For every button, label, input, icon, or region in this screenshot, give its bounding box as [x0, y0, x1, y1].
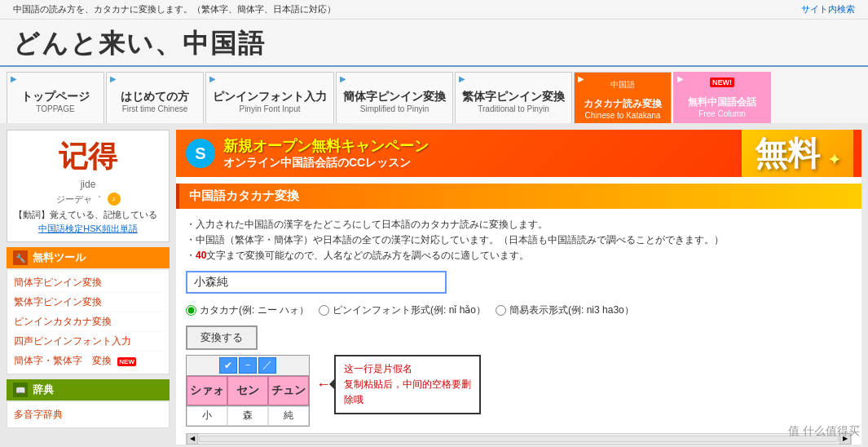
- highlight-num: 40: [196, 250, 206, 261]
- dict-links: 多音字辞典: [7, 402, 170, 428]
- result-kanji-2: 純: [268, 406, 309, 426]
- ctrl-slash-button[interactable]: ／: [258, 357, 276, 374]
- tab-traditional-en: Traditional to Pinyin: [478, 104, 549, 113]
- tab-hajimete-label: はじめての方: [121, 90, 189, 104]
- tab-toppage[interactable]: ▶ トップページ TOPPAGE: [7, 72, 104, 123]
- annotation-area: ← 这一行是片假名 复制粘贴后，中间的空格要删 除哦: [316, 355, 481, 415]
- tab-katakana-en: Chinese to Katakana: [585, 111, 661, 120]
- radio-simple-label: 簡易表示形式(例: ni3 ha3o）: [509, 303, 634, 317]
- section-title: 中国語カタカナ変換: [189, 188, 299, 202]
- tool-link-4[interactable]: 簡体字・繁体字 変換 NEW: [14, 352, 162, 370]
- tab-arrow-icon: ▶: [459, 74, 465, 83]
- tab-katakana-label: カタカナ読み変換: [584, 97, 662, 111]
- radio-pinyin-input[interactable]: [319, 305, 329, 316]
- radio-area: カタカナ(例: ニー ハォ） ピンインフォント形式(例: nǐ hǎo） 簡易表…: [176, 300, 861, 321]
- scroll-track[interactable]: [199, 436, 839, 442]
- word-pinyin: jide: [14, 179, 162, 190]
- section-header: 中国語カタカナ変換: [176, 184, 861, 209]
- dict-icon: 📖: [13, 383, 28, 397]
- result-area: ✔ － ／ シァォ セン チュン 小 森 純: [176, 355, 861, 427]
- radio-pinyin[interactable]: ピンインフォント形式(例: nǐ hǎo）: [319, 303, 486, 317]
- tab-arrow-icon: ▶: [340, 74, 346, 83]
- radio-simple[interactable]: 簡易表示形式(例: ni3 ha3o）: [496, 303, 634, 317]
- word-link[interactable]: 中国語検定HSK頻出単語: [14, 223, 162, 235]
- dict-link-0[interactable]: 多音字辞典: [14, 405, 162, 424]
- scroll-area[interactable]: ◀ ▶: [186, 433, 852, 445]
- radio-katakana-label: カタカナ(例: ニー ハォ）: [200, 303, 309, 317]
- radio-pinyin-label: ピンインフォント形式(例: nǐ hǎo）: [333, 303, 486, 317]
- convert-button[interactable]: 変換する: [186, 325, 258, 350]
- skype-icon: S: [186, 139, 215, 168]
- tab-arrow-icon: ▶: [677, 74, 684, 83]
- result-table: ✔ － ／ シァォ セン チュン 小 森 純: [186, 355, 310, 427]
- new-badge-inline: NEW: [117, 357, 136, 366]
- banner[interactable]: S 新規オープン無料キャンペーン オンライン中国語会話のCCレッスン 無料 ✦: [176, 130, 861, 177]
- speaker-icon[interactable]: ♪: [108, 193, 121, 206]
- sparkle-icon: ✦: [828, 152, 840, 168]
- tools-links: 簡体字ピンイン変換 繁体字ピンイン変換 ピンインカタカナ変換 四声ピンインフォン…: [7, 270, 170, 374]
- tool-link-1[interactable]: 繁体字ピンイン変換: [14, 293, 162, 312]
- tab-katakana[interactable]: ▶ 中国語 カタカナ読み変換 Chinese to Katakana: [574, 72, 672, 123]
- tab-hajimete[interactable]: ▶ はじめての方 First time Chinese: [106, 72, 204, 123]
- tab-free-col-en: Free Column: [698, 109, 746, 118]
- tab-hajimete-en: First time Chinese: [122, 104, 188, 113]
- top-bar: 中国語の読み方を、カタカナに変換します。（繁体字、簡体字、日本語に対応） サイト…: [0, 0, 868, 20]
- site-search-link[interactable]: サイト内検索: [801, 3, 855, 15]
- annotation-line-1: 这一行是片假名: [344, 361, 471, 377]
- nav-tabs-wrapper: ▶ トップページ TOPPAGE ▶ はじめての方 First time Chi…: [0, 65, 868, 123]
- tool-link-2[interactable]: ピンインカタカナ変換: [14, 312, 162, 332]
- banner-free-text: 無料 ✦: [742, 130, 853, 177]
- desc-line-1: ・中国語（繁体字・簡体字）や日本語の全ての漢字に対応しています。（日本語も中国語…: [186, 232, 852, 248]
- result-kanji-row: 小 森 純: [187, 405, 309, 426]
- result-cell-1: セン: [227, 376, 268, 405]
- result-kanji-1: 森: [227, 406, 268, 426]
- desc-line-2: ・40文字まで変換可能なので、人名などの読み方を調べるのに適しています。: [186, 248, 852, 263]
- dict-section-label: 辞典: [33, 383, 54, 397]
- input-area: [176, 271, 861, 300]
- word-meaning: 【動詞】覚えている、記憶している: [14, 209, 162, 221]
- annotation-line-2: 复制粘贴后，中间的空格要删: [344, 377, 471, 392]
- tab-pinyin-font-label: ピンインフォント入力: [213, 90, 327, 104]
- radio-katakana[interactable]: カタカナ(例: ニー ハォ）: [186, 303, 309, 317]
- subtitle: 中国語の読み方を、カタカナに変換します。（繁体字、簡体字、日本語に対応）: [13, 3, 336, 15]
- annotation-line-3: 除哦: [344, 392, 471, 408]
- word-kanji: 记得: [14, 137, 162, 177]
- desc-area: ・入力された中国語の漢字をたどころにして日本語のカタカナ読みに変換します。 ・中…: [176, 217, 861, 271]
- result-cell-2: チュン: [268, 376, 309, 405]
- banner-text-area: 新規オープン無料キャンペーン オンライン中国語会話のCCレッスン: [223, 136, 429, 170]
- tab-free-col-label: 無料中国語会話: [688, 95, 756, 109]
- radio-simple-input[interactable]: [496, 305, 506, 316]
- result-cell-0: シァォ: [187, 376, 227, 405]
- tool-link-0[interactable]: 簡体字ピンイン変換: [14, 273, 162, 293]
- radio-katakana-input[interactable]: [186, 305, 196, 316]
- main-container: 记得 jide ジーデャ゛ ♪ 【動詞】覚えている、記憶している 中国語検定HS…: [0, 123, 868, 447]
- result-kanji-0: 小: [187, 406, 227, 426]
- tab-free-col[interactable]: ▶ NEW! 無料中国語会話 Free Column: [673, 72, 771, 123]
- ctrl-check-button[interactable]: ✔: [219, 357, 237, 374]
- ctrl-minus-button[interactable]: －: [239, 357, 257, 374]
- site-title-area: どんと来い、中国語: [0, 20, 868, 65]
- tool-link-3[interactable]: 四声ピンインフォント入力: [14, 332, 162, 352]
- desc-line-0: ・入力された中国語の漢字をたどころにして日本語のカタカナ読みに変換します。: [186, 217, 852, 232]
- annotation-bubble: 这一行是片假名 复制粘贴后，中间的空格要删 除哦: [334, 355, 481, 415]
- tab-traditional-label: 繁体字ピンイン変換: [462, 90, 565, 104]
- tools-icon: 🔧: [13, 250, 28, 265]
- tools-section-label: 無料ツール: [33, 250, 86, 265]
- site-title: どんと来い、中国語: [13, 26, 855, 62]
- tab-simplified[interactable]: ▶ 簡体字ピンイン変換 Simplified to Pinyin: [336, 72, 453, 123]
- sidebar: 记得 jide ジーデャ゛ ♪ 【動詞】覚えている、記憶している 中国語検定HS…: [7, 130, 170, 445]
- tab-toppage-en: TOPPAGE: [36, 104, 74, 113]
- result-table-wrapper: ✔ － ／ シァォ セン チュン 小 森 純: [186, 355, 310, 427]
- tab-arrow-icon: ▶: [209, 74, 216, 83]
- word-reading: ジーデャ゛: [56, 193, 101, 206]
- tab-katakana-top: 中国語: [610, 79, 635, 91]
- tab-simplified-en: Simplified to Pinyin: [360, 104, 429, 113]
- word-card: 记得 jide ジーデャ゛ ♪ 【動詞】覚えている、記憶している 中国語検定HS…: [7, 130, 170, 242]
- tab-pinyin-font[interactable]: ▶ ピンインフォント入力 Pinyin Font Input: [205, 72, 334, 123]
- result-katakana-row: シァォ セン チュン: [187, 376, 309, 405]
- chinese-input[interactable]: [186, 271, 447, 294]
- tab-arrow-icon: ▶: [110, 74, 117, 83]
- tools-section-header: 🔧 無料ツール: [7, 247, 170, 268]
- scroll-left-button[interactable]: ◀: [187, 433, 198, 445]
- tab-traditional[interactable]: ▶ 繁体字ピンイン変換 Traditional to Pinyin: [455, 72, 572, 123]
